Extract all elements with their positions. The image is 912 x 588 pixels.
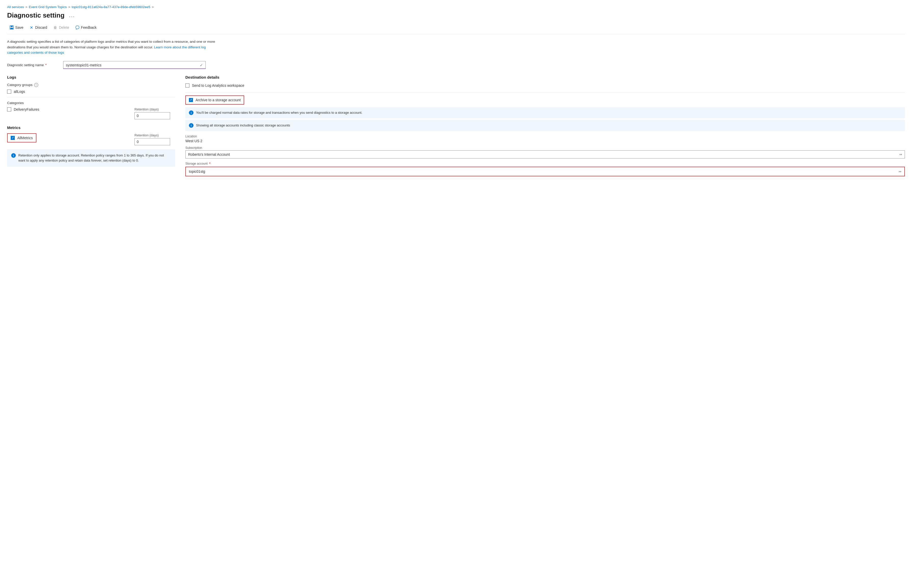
delivery-failures-checkbox[interactable] [7,107,11,111]
delivery-failures-retention: Retention (days) [134,107,175,120]
allmetrics-left: AllMetrics [7,133,130,145]
allmetrics-retention: Retention (days) [134,133,175,145]
storage-account-label: Storage account [185,162,207,165]
storage-info-note-1: i You'll be charged normal data rates fo… [185,107,905,118]
delivery-retention-label: Retention (days) [134,107,175,111]
right-column: Destination details Send to Log Analytic… [185,75,905,182]
allLogs-checkbox[interactable] [7,90,11,94]
ellipsis-button[interactable]: ... [68,12,76,19]
logs-section: Logs Category groups i allLogs Categorie… [7,75,175,120]
subscription-chevron-icon: ⤇ [899,153,902,156]
categories-label: Categories [7,101,175,105]
delivery-failures-left: DeliveryFailures [7,107,130,114]
log-analytics-option: Send to Log Analytics workspace [185,84,905,93]
save-icon [10,26,14,29]
metrics-section: Metrics AllMetrics Retention (days) i Re… [7,126,175,166]
breadcrumb-topic[interactable]: topic01stg-811a624a-8a77-437e-89de-dfeb5… [72,5,151,9]
page-title-row: Diagnostic setting ... [7,11,905,19]
breadcrumb-all-services[interactable]: All services [7,5,24,9]
breadcrumb: All services > Event Grid System Topics … [7,5,905,9]
setting-name-row: Diagnostic setting name * ✓ [7,61,905,69]
allmetrics-checkbox[interactable] [11,136,15,140]
save-button[interactable]: Save [7,24,26,31]
feedback-label: Feedback [81,26,97,29]
info-box-icon: i [11,153,16,158]
archive-storage-label: Archive to a storage account [196,98,241,102]
location-section: Location West US 2 [185,135,905,143]
category-groups-subsection: Category groups i [7,83,175,87]
feedback-icon [75,26,79,29]
discard-button[interactable]: ✕ Discard [27,24,50,31]
info-note-1-text: You'll be charged normal data rates for … [196,110,362,115]
storage-account-section: Storage account * topic01stg ⤇ [185,162,905,176]
category-groups-info-icon[interactable]: i [34,83,38,87]
delivery-retention-input[interactable] [134,112,170,120]
left-column: Logs Category groups i allLogs Categorie… [7,75,175,166]
subscription-section: Subscription Roberto's Internal Account … [185,146,905,158]
allmetrics-label: AllMetrics [17,136,33,140]
archive-storage-checkbox[interactable] [189,98,193,102]
subscription-value: Roberto's Internal Account [188,152,230,157]
breadcrumb-event-grid[interactable]: Event Grid System Topics [29,5,67,9]
subscription-dropdown[interactable]: Roberto's Internal Account ⤇ [185,150,905,158]
storage-info-note-2: i Showing all storage accounts including… [185,120,905,131]
category-groups-label: Category groups [7,83,32,87]
info-box-text: Retention only applies to storage accoun… [18,153,171,163]
breadcrumb-sep-1: > [26,5,28,9]
metrics-section-title: Metrics [7,126,175,130]
info-note-2-text: Showing all storage accounts including c… [196,123,290,128]
destination-title: Destination details [185,75,905,79]
two-column-layout: Logs Category groups i allLogs Categorie… [7,75,905,182]
archive-highlighted-wrapper: Archive to a storage account [185,95,244,105]
breadcrumb-sep-3: > [152,5,154,9]
setting-name-label: Diagnostic setting name * [7,63,58,67]
discard-label: Discard [35,26,47,29]
delete-button[interactable]: 🗑 Delete [51,24,71,31]
delete-label: Delete [59,26,69,29]
location-value: West US 2 [185,139,905,143]
storage-account-value: topic01stg [189,170,205,173]
delivery-failures-label: DeliveryFailures [14,107,39,111]
subscription-label: Subscription [185,146,905,150]
metrics-retention-label: Retention (days) [134,133,175,137]
toolbar: Save ✕ Discard 🗑 Delete Feedback [7,24,905,34]
breadcrumb-sep-2: > [68,5,70,9]
retention-info-box: i Retention only applies to storage acco… [7,149,175,166]
storage-account-label-row: Storage account * [185,162,905,166]
allLogs-label: allLogs [14,90,25,94]
save-label: Save [15,26,23,29]
svg-rect-1 [11,26,13,27]
info-note-2-icon: i [189,123,193,128]
storage-required-star: * [209,162,210,166]
storage-account-dropdown[interactable]: topic01stg ⤇ [186,168,904,175]
log-analytics-label: Send to Log Analytics workspace [192,84,244,87]
delivery-failures-row: DeliveryFailures Retention (days) [7,107,175,120]
metrics-retention-input[interactable] [134,138,170,145]
description: A diagnostic setting specifies a list of… [7,39,216,55]
location-label: Location [185,135,905,138]
logs-section-title: Logs [7,75,175,79]
info-note-1-icon: i [189,110,193,115]
storage-chevron-icon: ⤇ [899,170,901,173]
allLogs-row: allLogs [7,90,175,94]
delete-icon: 🗑 [53,26,57,29]
feedback-button[interactable]: Feedback [73,24,99,31]
discard-icon: ✕ [29,26,34,29]
svg-rect-2 [10,28,13,29]
input-check-icon: ✓ [200,63,203,67]
archive-storage-option: Archive to a storage account i You'll be… [185,95,905,179]
log-analytics-checkbox[interactable] [185,84,190,87]
delivery-failures-checkbox-row: DeliveryFailures [7,107,130,111]
page-title: Diagnostic setting [7,11,65,19]
required-star: * [44,63,47,67]
allmetrics-row: AllMetrics Retention (days) [7,133,175,145]
setting-name-input-wrapper: ✓ [63,61,206,69]
log-analytics-row: Send to Log Analytics workspace [185,84,905,87]
setting-name-input[interactable] [66,63,191,67]
allmetrics-highlighted: AllMetrics [7,133,36,142]
storage-account-highlighted-border: topic01stg ⤇ [185,166,905,176]
categories-section: Categories DeliveryFailures Retention (d… [7,101,175,120]
